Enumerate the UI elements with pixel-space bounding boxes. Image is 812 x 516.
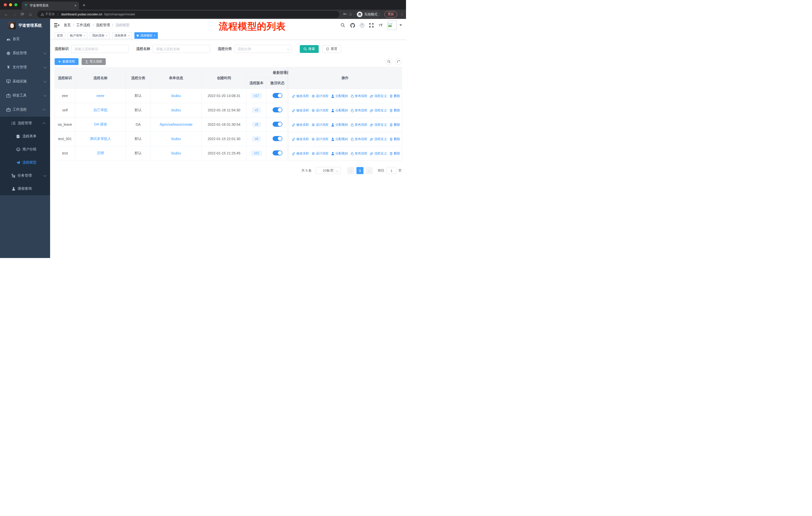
assign-rule-link[interactable]: 分配规则 (331, 152, 348, 156)
sidebar-item-dev-tools[interactable]: 研发工具 (0, 88, 50, 103)
breadcrumb-workflow[interactable]: 工作流程 (76, 23, 90, 27)
process-name-input[interactable] (153, 45, 210, 53)
tag-close-icon[interactable]: × (84, 34, 85, 37)
github-icon[interactable] (350, 23, 355, 28)
form-info-link[interactable]: /bpm/oa/leave/create (160, 123, 193, 127)
delete-link[interactable]: 删除 (389, 137, 400, 141)
bookmark-star-icon[interactable]: ☆ (349, 11, 352, 17)
tag-close-icon[interactable]: × (154, 34, 155, 37)
view-tag[interactable]: 我的流程 × (90, 32, 110, 39)
tag-close-icon[interactable]: × (106, 34, 107, 37)
search-icon[interactable] (340, 23, 345, 28)
refresh-table-button[interactable] (395, 58, 402, 65)
assign-rule-link[interactable]: 分配规则 (331, 94, 348, 98)
assign-rule-link[interactable]: 分配规则 (331, 123, 348, 127)
fullscreen-icon[interactable] (369, 23, 374, 28)
sidebar-item-infrastructure[interactable]: 基础设施 (0, 74, 50, 88)
key-icon[interactable] (343, 12, 347, 17)
reload-button[interactable]: ⟳ (19, 11, 26, 17)
design-process-link[interactable]: 设计流程 (312, 123, 328, 127)
process-definition-link[interactable]: 流程定义 (370, 152, 387, 156)
deploy-process-link[interactable]: 发布流程 (351, 108, 367, 113)
new-tab-button[interactable]: + (83, 2, 85, 8)
form-info-link[interactable]: biubiu (171, 108, 181, 112)
browser-menu-icon[interactable]: ⋮ (400, 13, 403, 15)
process-name-link[interactable]: OA 请假 (94, 122, 107, 126)
import-process-button[interactable]: 导入流程 (82, 58, 106, 65)
address-bar[interactable]: 不安全 | dashboard.yudao.iocoder.cn/bpm/man… (37, 11, 339, 18)
process-name-link[interactable]: 测试多审批人 (90, 137, 111, 141)
view-tag[interactable]: 流程表单 × (112, 32, 132, 39)
tag-close-icon[interactable]: × (128, 34, 129, 37)
active-toggle[interactable] (272, 151, 283, 156)
breadcrumb-home[interactable]: 首页 (64, 23, 71, 27)
design-process-link[interactable]: 设计流程 (312, 94, 328, 98)
process-name-link[interactable]: 自己审批 (93, 108, 108, 112)
form-info-link[interactable]: biubiu (171, 151, 181, 155)
breadcrumb-process-management[interactable]: 流程管理 (96, 23, 110, 27)
collapse-sidebar-icon[interactable] (54, 23, 59, 27)
view-tag[interactable]: 首页 (55, 32, 65, 39)
assign-rule-link[interactable]: 分配规则 (331, 137, 348, 141)
active-toggle[interactable] (272, 136, 283, 141)
deploy-process-link[interactable]: 发布流程 (351, 137, 367, 141)
reset-button[interactable]: 重置 (322, 45, 341, 53)
page-size-select[interactable]: 10条/页 (316, 167, 341, 174)
process-name-link[interactable]: 滔博 (97, 151, 104, 155)
deploy-process-link[interactable]: 发布流程 (351, 152, 367, 156)
prev-page-button[interactable]: ‹ (347, 167, 354, 174)
edit-process-link[interactable]: 修改流程 (292, 108, 309, 113)
sidebar-item-workflow[interactable]: 工作流程 (0, 103, 50, 117)
edit-process-link[interactable]: 修改流程 (292, 123, 309, 127)
close-window-button[interactable] (4, 3, 7, 6)
avatar-caret-icon[interactable] (400, 24, 402, 26)
help-icon[interactable]: ? (360, 23, 364, 27)
sidebar-item-task-management[interactable]: 任务管理 (0, 169, 50, 182)
current-page-button[interactable]: 1 (356, 167, 364, 174)
next-page-button[interactable]: › (366, 167, 373, 174)
delete-link[interactable]: 删除 (389, 152, 400, 156)
sidebar-item-system[interactable]: 系统管理 (0, 46, 50, 60)
active-toggle[interactable] (272, 122, 283, 127)
active-toggle[interactable] (272, 93, 283, 98)
deploy-process-link[interactable]: 发布流程 (351, 123, 367, 127)
delete-link[interactable]: 删除 (389, 123, 400, 127)
tab-close-icon[interactable]: × (75, 3, 77, 7)
incognito-badge[interactable]: 无痕模式 (356, 11, 380, 18)
design-process-link[interactable]: 设计流程 (312, 137, 328, 141)
create-process-button[interactable]: 新建流程 (55, 58, 79, 65)
active-toggle[interactable] (272, 107, 283, 112)
sidebar-item-home[interactable]: 首页 (0, 32, 50, 46)
view-tag[interactable]: 流程模型 × (135, 32, 157, 39)
home-button[interactable]: ⌂ (27, 12, 34, 17)
sidebar-item-leave-query[interactable]: 请假查询 (0, 182, 50, 195)
search-button[interactable]: 搜索 (300, 45, 319, 53)
forward-button[interactable]: → (11, 12, 18, 17)
font-size-icon[interactable]: TT (379, 23, 383, 27)
sidebar-item-user-group[interactable]: 用户分组 (0, 143, 50, 156)
sidebar-item-process-model[interactable]: 流程模型 (0, 156, 50, 169)
browser-tab[interactable]: 芋道管理系统 × (22, 1, 79, 9)
sidebar-item-process-form[interactable]: 流程表单 (0, 130, 50, 143)
minimize-window-button[interactable] (9, 3, 12, 6)
process-id-input[interactable] (71, 45, 128, 53)
edit-process-link[interactable]: 修改流程 (292, 94, 309, 98)
delete-link[interactable]: 删除 (389, 108, 400, 113)
deploy-process-link[interactable]: 发布流程 (351, 94, 367, 98)
process-definition-link[interactable]: 流程定义 (370, 123, 387, 127)
form-info-link[interactable]: biubiu (171, 137, 181, 141)
edit-process-link[interactable]: 修改流程 (292, 152, 309, 156)
goto-page-input[interactable] (386, 167, 397, 174)
not-secure-warning[interactable]: 不安全 (41, 12, 55, 17)
maximize-window-button[interactable] (14, 3, 18, 6)
assign-rule-link[interactable]: 分配规则 (331, 108, 348, 113)
delete-link[interactable]: 删除 (389, 94, 400, 98)
update-browser-button[interactable]: 更新 (384, 11, 397, 18)
avatar[interactable] (387, 21, 397, 30)
toggle-search-button[interactable] (386, 58, 393, 65)
process-definition-link[interactable]: 流程定义 (370, 108, 387, 113)
sidebar-item-payment[interactable]: ¥ 支付管理 (0, 60, 50, 74)
view-tag[interactable]: 租户管理 × (68, 32, 87, 39)
design-process-link[interactable]: 设计流程 (312, 108, 328, 113)
sidebar-logo[interactable]: 芋道管理系统 (0, 19, 50, 32)
